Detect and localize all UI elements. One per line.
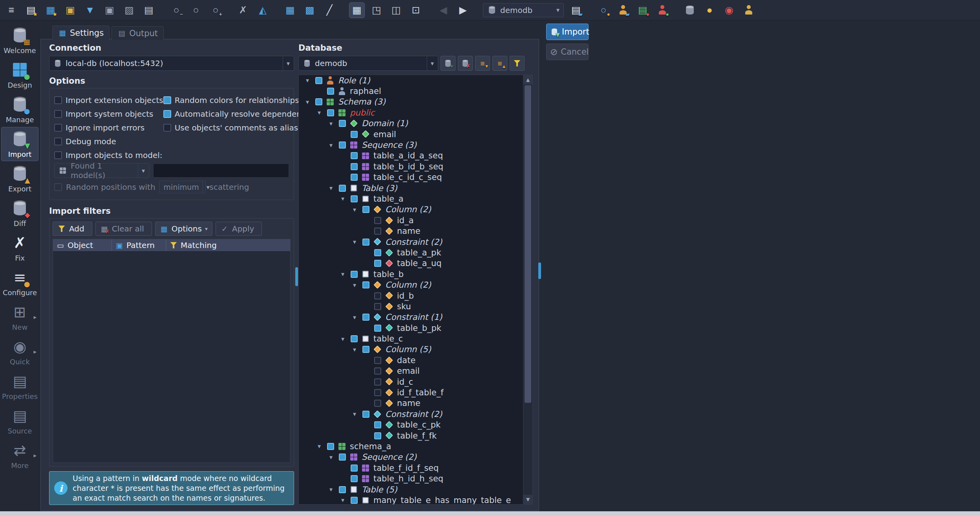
tree-row[interactable]: ▾ Constraint (2) <box>299 409 532 419</box>
relationships-grid-icon[interactable]: ▩ <box>302 3 317 18</box>
tree-row[interactable]: table_c_pk <box>299 420 532 430</box>
zoom-original-icon[interactable]: ○ <box>188 3 203 18</box>
expand-arrow-icon[interactable]: ▾ <box>326 486 336 493</box>
select-area-icon[interactable]: ◳ <box>369 3 384 18</box>
tree-checkbox[interactable] <box>374 421 381 428</box>
load-model-icon[interactable]: ▼ <box>82 3 97 18</box>
scroll-up-button[interactable]: ▲ <box>523 75 532 84</box>
tree-checkbox[interactable] <box>351 174 358 181</box>
close-model-icon[interactable]: ✗ <box>236 3 250 18</box>
tree-checkbox[interactable] <box>362 206 369 213</box>
tree-row[interactable]: ▾ Sequence (3) <box>299 140 532 150</box>
menu-icon[interactable]: ≡ <box>4 3 19 18</box>
tree-checkbox[interactable] <box>339 454 346 461</box>
new-sql-tab-icon[interactable]: ▤▰ <box>569 3 583 18</box>
tree-checkbox[interactable] <box>374 292 381 299</box>
tree-checkbox[interactable] <box>362 314 369 321</box>
split-view-icon[interactable]: ◫ <box>389 3 404 18</box>
expand-arrow-icon[interactable]: ▾ <box>350 346 359 353</box>
scattering-select[interactable]: minimum ▾ <box>159 181 206 193</box>
sidebar-item-fix[interactable]: ✗ Fix <box>1 231 38 265</box>
layers-icon[interactable]: ⊡ <box>408 3 423 18</box>
tree-checkbox[interactable] <box>374 325 381 332</box>
checkbox-ignore-import-errors[interactable]: Ignore import errors <box>54 121 163 134</box>
sidebar-item-import[interactable]: ▼ Import <box>1 127 38 161</box>
tree-checkbox[interactable] <box>351 497 358 504</box>
expand-arrow-icon[interactable]: ▾ <box>326 454 336 461</box>
checkbox-auto-resolve-dependencies[interactable]: Automatically resolve dependencies <box>163 107 317 121</box>
validate-model-icon[interactable]: ◭ <box>255 3 270 18</box>
tree-row[interactable]: id_f_table_f <box>299 387 532 398</box>
expand-all-button[interactable]: ≡▾ <box>475 56 490 71</box>
sidebar-item-more[interactable]: ⇄ More ▸ <box>1 438 38 472</box>
sidebar-item-design[interactable]: ● Design <box>1 58 38 92</box>
user-key-icon[interactable] <box>741 3 756 18</box>
print-model-icon[interactable]: ▤ <box>141 3 156 18</box>
sidebar-item-manage[interactable]: ● Manage <box>1 92 38 127</box>
filter-add-button[interactable]: Add <box>53 222 92 236</box>
tree-row[interactable]: ▾ table_a <box>299 193 532 204</box>
tree-checkbox[interactable] <box>374 389 381 396</box>
checkbox[interactable] <box>163 110 171 118</box>
checkbox-random-colors[interactable]: Random colors for relationships <box>163 93 317 107</box>
tree-row[interactable]: email <box>299 129 532 140</box>
tree-checkbox[interactable] <box>351 335 358 342</box>
manage-roles-icon[interactable]: ▰ <box>616 3 631 18</box>
expand-arrow-icon[interactable]: ▾ <box>314 109 324 116</box>
model-select[interactable]: Found 1 model(s) ▾ <box>54 163 149 178</box>
tree-row[interactable]: ▾ Constraint (1) <box>299 312 532 323</box>
tree-checkbox[interactable] <box>339 486 346 493</box>
tree-row[interactable]: ▾ table_c <box>299 333 532 344</box>
tree-row[interactable]: ▾ table_b <box>299 269 532 279</box>
expand-arrow-icon[interactable]: ▾ <box>338 270 347 278</box>
sidebar-item-configure[interactable]: ≡● Configure <box>1 265 38 299</box>
tree-checkbox[interactable] <box>374 367 381 375</box>
tree-checkbox[interactable] <box>362 411 369 418</box>
tree-row[interactable]: ▾ Constraint (2) <box>299 237 532 247</box>
objects-grid-icon[interactable]: ▦ <box>283 3 298 18</box>
expand-arrow-icon[interactable]: ▾ <box>350 410 359 418</box>
expand-arrow-icon[interactable]: ▾ <box>326 184 336 192</box>
tree-checkbox[interactable] <box>362 239 369 246</box>
tree-row[interactable]: id_b <box>299 290 532 301</box>
tree-checkbox[interactable] <box>351 195 358 202</box>
tree-checkbox[interactable] <box>339 185 346 192</box>
tree-checkbox[interactable] <box>351 131 358 138</box>
tree-checkbox[interactable] <box>339 141 346 149</box>
tree-checkbox[interactable] <box>374 432 381 439</box>
expand-arrow-icon[interactable]: ▾ <box>338 496 347 504</box>
sidebar-item-source[interactable]: ▤ Source <box>1 404 38 438</box>
user-list-icon[interactable]: ▤● <box>635 3 650 18</box>
tree-checkbox[interactable] <box>374 228 381 235</box>
sidebar-item-quick[interactable]: ◉ Quick ▸ <box>1 334 38 369</box>
filter-options-button[interactable]: ▦ Options ▾ <box>155 222 212 236</box>
filter-apply-button[interactable]: ✓ Apply <box>216 222 262 236</box>
expand-arrow-icon[interactable]: ▾ <box>338 335 347 343</box>
tree-checkbox[interactable] <box>327 88 334 95</box>
tree-row[interactable]: name <box>299 226 532 236</box>
tree-checkbox[interactable] <box>374 303 381 310</box>
expand-arrow-icon[interactable]: ▾ <box>350 314 359 321</box>
sidebar-item-diff[interactable]: ◆ Diff <box>1 196 38 230</box>
checkbox[interactable] <box>54 138 62 145</box>
tree-checkbox[interactable] <box>351 475 358 482</box>
tree-checkbox[interactable] <box>327 109 334 116</box>
tree-row[interactable]: table_a_pk <box>299 247 532 258</box>
tree-checkbox[interactable] <box>374 400 381 407</box>
tree-row[interactable]: ▾ Role (1) <box>299 75 532 86</box>
checkbox-use-comments-as-aliases[interactable]: Use objects' comments as aliases <box>163 121 317 134</box>
tree-row[interactable]: table_f_fk <box>299 430 532 441</box>
session-clock-icon[interactable]: ● <box>702 3 717 18</box>
tree-row[interactable]: ▾ Column (2) <box>299 204 532 215</box>
filters-toggle-button[interactable] <box>510 56 525 71</box>
open-model-icon[interactable]: ▣ <box>63 3 78 18</box>
sample-models-icon[interactable]: ▦★ <box>43 3 58 18</box>
tree-checkbox[interactable] <box>327 443 334 450</box>
tree-row[interactable]: raphael <box>299 86 532 96</box>
tree-row[interactable]: date <box>299 355 532 365</box>
nav-forward-icon[interactable]: ▶ <box>455 3 470 18</box>
connect-database-button[interactable]: + <box>441 56 455 71</box>
sidebar-item-export[interactable]: ▲ Export <box>1 162 38 196</box>
splitter-handle[interactable] <box>295 267 298 286</box>
tree-row[interactable]: ▾ Column (5) <box>299 344 532 355</box>
